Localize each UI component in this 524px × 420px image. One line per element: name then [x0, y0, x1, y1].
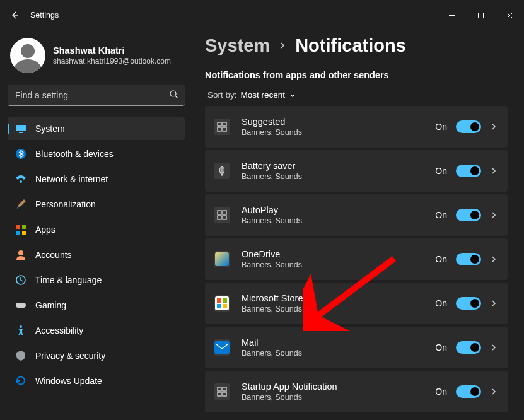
toggle-state-label: On — [435, 166, 447, 176]
wifi-icon — [15, 173, 26, 185]
app-list: SuggestedBanners, SoundsOnBattery saverB… — [205, 106, 508, 412]
svg-rect-21 — [223, 216, 226, 219]
toggle-state-label: On — [435, 298, 447, 308]
app-name: Battery saver — [242, 161, 424, 171]
sidebar-item-label: Privacy & security — [35, 351, 105, 361]
svg-rect-8 — [16, 231, 20, 235]
toggle-state-label: On — [435, 210, 447, 220]
toggle-switch[interactable] — [456, 253, 481, 265]
toggle-switch[interactable] — [456, 165, 481, 177]
gamepad-icon — [15, 300, 26, 311]
app-name: Microsoft Store — [242, 293, 424, 303]
svg-rect-18 — [218, 211, 221, 214]
svg-rect-7 — [22, 225, 26, 229]
shield-icon — [15, 350, 26, 361]
svg-rect-17 — [223, 127, 226, 131]
svg-point-10 — [18, 250, 23, 255]
svg-rect-22 — [218, 387, 221, 391]
sidebar-item-label: Accessibility — [35, 325, 83, 335]
app-subtitle: Banners, Sounds — [242, 393, 424, 402]
breadcrumb-parent[interactable]: System — [205, 35, 270, 56]
svg-rect-19 — [223, 211, 226, 214]
person-icon — [15, 249, 26, 260]
clock-icon — [15, 274, 26, 286]
bluetooth-icon — [15, 148, 26, 160]
app-row-autoplay[interactable]: AutoPlayBanners, SoundsOn — [205, 194, 508, 236]
sidebar-item-label: Accounts — [35, 250, 72, 260]
profile-block[interactable]: Shashwat Khatri shashwat.khatri1993@outl… — [8, 35, 185, 85]
sidebar-item-label: Windows Update — [35, 376, 102, 386]
search-input[interactable] — [8, 85, 185, 106]
svg-rect-14 — [218, 122, 221, 126]
sidebar-item-privacy-security[interactable]: Privacy & security — [8, 344, 185, 367]
avatar — [10, 38, 45, 73]
sidebar-item-personalization[interactable]: Personalization — [8, 193, 185, 216]
svg-rect-25 — [223, 392, 226, 396]
sidebar-item-bluetooth-devices[interactable]: Bluetooth & devices — [8, 143, 185, 165]
svg-rect-20 — [218, 216, 221, 219]
chevron-right-icon — [490, 388, 498, 395]
app-row-battery-saver[interactable]: Battery saverBanners, SoundsOn — [205, 150, 508, 192]
app-row-onedrive[interactable]: OneDriveBanners, SoundsOn — [205, 238, 508, 280]
mail-icon — [214, 339, 230, 356]
app-name: Suggested — [242, 117, 424, 127]
sidebar-item-accounts[interactable]: Accounts — [8, 243, 185, 266]
section-title: Notifications from apps and other sender… — [205, 70, 508, 80]
chevron-right-icon — [279, 39, 286, 52]
sidebar-item-system[interactable]: System — [8, 117, 185, 140]
search-icon — [169, 90, 178, 101]
leaf-icon — [214, 163, 230, 179]
app-name: Mail — [242, 337, 424, 347]
sidebar-item-gaming[interactable]: Gaming — [8, 294, 185, 317]
toggle-state-label: On — [435, 342, 447, 353]
profile-name: Shashwat Khatri — [53, 45, 171, 55]
chevron-right-icon — [490, 123, 498, 131]
toggle-switch[interactable] — [456, 297, 481, 310]
app-name: Startup App Notification — [242, 382, 424, 392]
close-button[interactable] — [495, 5, 524, 25]
sort-by-label: Sort by: — [207, 90, 237, 100]
app-row-mail[interactable]: MailBanners, SoundsOn — [205, 327, 508, 368]
accessibility-icon — [15, 325, 26, 336]
sidebar-item-accessibility[interactable]: Accessibility — [8, 319, 185, 342]
app-name: OneDrive — [242, 249, 424, 259]
app-row-microsoft-store[interactable]: Microsoft StoreBanners, SoundsOn — [205, 283, 508, 324]
app-subtitle: Banners, Sounds — [242, 172, 424, 181]
breadcrumb: System Notifications — [205, 35, 508, 56]
profile-email: shashwat.khatri1993@outlook.com — [53, 57, 171, 66]
app-row-startup-app-notification[interactable]: Startup App NotificationBanners, SoundsO… — [205, 371, 508, 412]
grid-icon — [214, 119, 230, 135]
toggle-switch[interactable] — [456, 120, 481, 133]
sort-by-dropdown[interactable]: Sort by: Most recent — [207, 90, 508, 100]
app-subtitle: Banners, Sounds — [242, 305, 424, 313]
window-controls — [437, 5, 524, 25]
content: System Notifications Notifications from … — [192, 30, 524, 420]
onedrive-icon — [214, 251, 230, 267]
sort-by-value: Most recent — [241, 90, 286, 100]
back-button[interactable] — [8, 8, 23, 23]
sidebar-item-label: Apps — [35, 225, 55, 235]
svg-rect-9 — [22, 231, 26, 235]
maximize-button[interactable] — [466, 5, 495, 25]
sidebar-item-network-internet[interactable]: Network & internet — [8, 168, 185, 190]
minimize-button[interactable] — [437, 5, 466, 25]
sidebar-item-windows-update[interactable]: Windows Update — [8, 370, 185, 392]
toggle-switch[interactable] — [456, 385, 481, 398]
chevron-right-icon — [490, 344, 498, 351]
app-row-suggested[interactable]: SuggestedBanners, SoundsOn — [205, 106, 508, 148]
svg-rect-2 — [16, 125, 26, 131]
sidebar-item-apps[interactable]: Apps — [8, 218, 185, 241]
toggle-switch[interactable] — [456, 209, 481, 221]
app-subtitle: Banners, Sounds — [242, 216, 424, 225]
toggle-switch[interactable] — [456, 341, 481, 354]
svg-rect-12 — [16, 303, 26, 308]
svg-rect-16 — [218, 127, 221, 131]
sidebar-item-time-language[interactable]: Time & language — [8, 269, 185, 291]
chevron-right-icon — [490, 255, 498, 263]
chevron-right-icon — [490, 211, 498, 219]
sidebar-item-label: Bluetooth & devices — [35, 149, 114, 159]
app-name: AutoPlay — [242, 205, 424, 215]
sidebar-item-label: Personalization — [35, 199, 96, 209]
chevron-right-icon — [490, 300, 498, 307]
chevron-down-icon — [289, 91, 296, 99]
